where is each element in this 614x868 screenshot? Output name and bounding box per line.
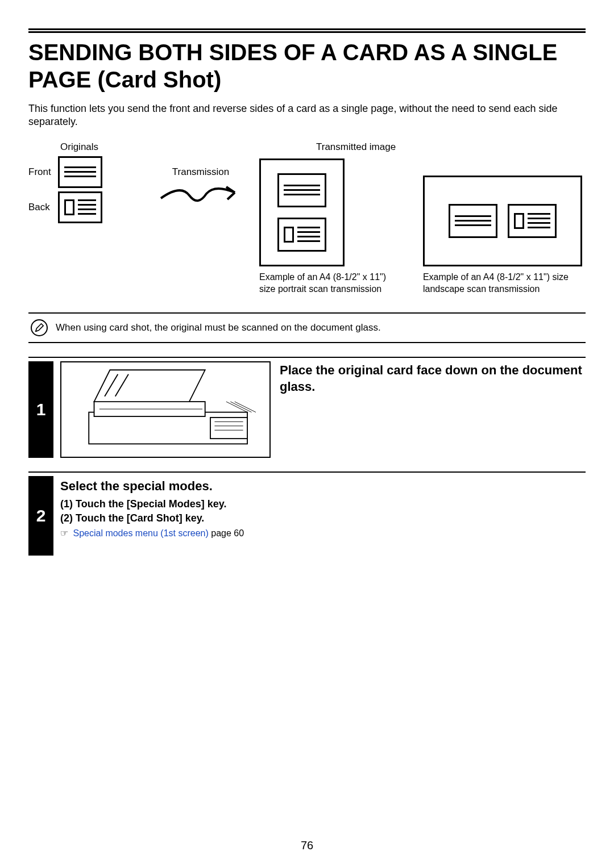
transmitted-label: Transmitted image	[316, 141, 586, 153]
step-2-item-1: (1) Touch the [Special Modes] key.	[60, 498, 244, 510]
back-label: Back	[28, 202, 53, 213]
pencil-circle-icon	[31, 319, 48, 336]
step-2: 2 Select the special modes. (1) Touch th…	[28, 471, 586, 556]
landscape-page-icon	[423, 176, 582, 266]
special-modes-page: page 60	[209, 528, 244, 538]
note-box: When using card shot, the original must …	[28, 314, 586, 342]
step-2-item-2: (2) Touch the [Card Shot] key.	[60, 512, 244, 524]
note-text: When using card shot, the original must …	[56, 322, 381, 333]
landscape-example: Example of an A4 (8-1/2" x 11") size lan…	[423, 158, 586, 295]
original-back-row: Back	[28, 191, 142, 223]
svg-rect-5	[210, 418, 247, 439]
step-2-heading: Select the special modes.	[60, 478, 244, 495]
portrait-caption: Example of an A4 (8-1/2" x 11") size por…	[259, 271, 400, 295]
arrow-icon	[152, 181, 249, 209]
step-1: 1	[28, 357, 586, 458]
step-rule	[28, 471, 586, 473]
step-2-text: Select the special modes. (1) Touch the …	[60, 476, 244, 556]
step-number-1: 1	[28, 361, 53, 458]
original-front-icon	[58, 156, 102, 188]
page-number: 76	[0, 839, 614, 852]
page-title: SENDING BOTH SIDES OF A CARD AS A SINGLE…	[28, 39, 586, 93]
portrait-front-thumb-icon	[277, 173, 326, 207]
original-back-icon	[58, 191, 102, 223]
step-2-reference: ☞ Special modes menu (1st screen) page 6…	[60, 528, 244, 539]
transmission-col: Transmission	[152, 141, 249, 209]
originals-block: Originals Front Back	[28, 141, 142, 227]
step-number-2: 2	[28, 476, 53, 556]
landscape-back-thumb-icon	[508, 204, 557, 238]
copier-illustration	[60, 361, 271, 458]
transmission-label: Transmission	[152, 166, 249, 178]
front-label: Front	[28, 166, 53, 178]
landscape-caption: Example of an A4 (8-1/2" x 11") size lan…	[423, 271, 586, 295]
original-front-row: Front	[28, 156, 142, 188]
step-1-heading: Place the original card face down on the…	[280, 362, 586, 395]
portrait-page-icon	[259, 158, 345, 266]
svg-line-11	[235, 402, 256, 412]
originals-label: Originals	[60, 141, 142, 153]
intro-paragraph: This function lets you send the front an…	[28, 102, 586, 129]
portrait-example: Example of an A4 (8-1/2" x 11") size por…	[259, 158, 400, 295]
svg-line-10	[230, 402, 251, 412]
step-1-text: Place the original card face down on the…	[280, 361, 586, 458]
section-double-rule	[28, 28, 586, 33]
portrait-back-thumb-icon	[277, 218, 326, 252]
landscape-front-thumb-icon	[449, 204, 497, 238]
step-rule	[28, 357, 586, 358]
diagram-row: Originals Front Back Transmission	[28, 141, 586, 295]
pointer-icon: ☞	[60, 528, 68, 538]
transmitted-col: Transmitted image Example of an A4 (8-1/…	[259, 141, 586, 295]
note-rule-bottom	[28, 342, 586, 343]
svg-line-9	[226, 402, 247, 412]
special-modes-link[interactable]: Special modes menu (1st screen)	[73, 528, 208, 538]
